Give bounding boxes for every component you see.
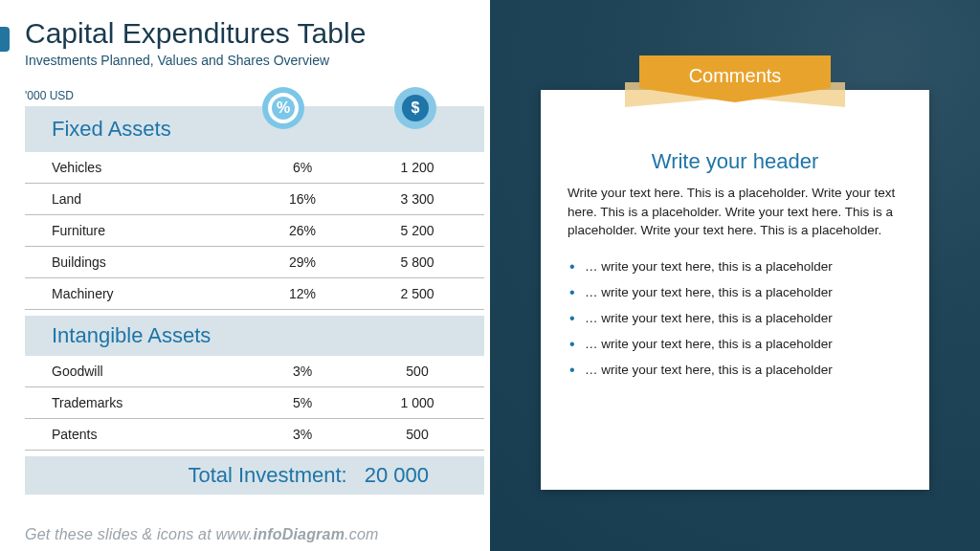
total-value: 20 000: [365, 463, 429, 488]
comments-bullets: … write your text here, this is a placeh…: [568, 253, 902, 383]
row-name: Land: [25, 191, 245, 207]
section-intangible-header: Intangible Assets: [25, 316, 484, 356]
row-val: 5 800: [360, 254, 475, 270]
comments-paragraph: Write your text here. This is a placehol…: [568, 184, 902, 240]
row-pct: 3%: [245, 427, 360, 442]
table-row: Buildings 29% 5 800: [25, 247, 484, 278]
page-title: Capital Expenditures Table: [25, 17, 490, 49]
row-val: 1 200: [360, 160, 475, 175]
list-item: … write your text here, this is a placeh…: [568, 253, 902, 279]
table-row: Furniture 26% 5 200: [25, 215, 484, 247]
list-item: … write your text here, this is a placeh…: [568, 357, 902, 383]
section-intangible-label: Intangible Assets: [25, 323, 245, 348]
row-name: Machinery: [25, 286, 245, 301]
page-subtitle: Investments Planned, Values and Shares O…: [25, 53, 490, 68]
table-row: Machinery 12% 2 500: [25, 278, 484, 310]
capex-table: Fixed Assets % $ Vehicles 6% 1 200 Land …: [25, 106, 484, 495]
comments-header: Write your header: [568, 149, 902, 174]
row-pct: 6%: [245, 160, 360, 175]
dollar-icon: $: [394, 87, 436, 129]
row-pct: 29%: [245, 254, 360, 270]
row-pct: 26%: [245, 223, 360, 238]
row-name: Trademarks: [25, 395, 245, 410]
row-val: 1 000: [360, 395, 475, 410]
percent-icon: %: [262, 87, 304, 129]
row-val: 2 500: [360, 286, 475, 301]
list-item: … write your text here, this is a placeh…: [568, 305, 902, 331]
section-fixed-label: Fixed Assets: [25, 117, 245, 142]
footer-credit: Get these slides & icons at www.infoDiag…: [25, 526, 379, 543]
table-row: Goodwill 3% 500: [25, 356, 484, 387]
section-fixed-header: Fixed Assets % $: [25, 106, 484, 152]
row-name: Patents: [25, 427, 245, 442]
accent-tab: [0, 27, 10, 52]
table-row: Trademarks 5% 1 000: [25, 387, 484, 419]
row-val: 500: [360, 427, 475, 442]
row-pct: 12%: [245, 286, 360, 301]
row-name: Furniture: [25, 223, 245, 238]
right-panel: Comments Write your header Write your te…: [490, 0, 980, 551]
table-row: Patents 3% 500: [25, 419, 484, 451]
total-label: Total Investment:: [188, 463, 346, 488]
row-val: 500: [360, 364, 475, 379]
list-item: … write your text here, this is a placeh…: [568, 279, 902, 305]
table-row: Vehicles 6% 1 200: [25, 152, 484, 184]
row-pct: 5%: [245, 395, 360, 410]
row-name: Buildings: [25, 254, 245, 270]
comments-card: Comments Write your header Write your te…: [541, 90, 929, 490]
row-pct: 16%: [245, 191, 360, 207]
row-name: Goodwill: [25, 364, 245, 379]
total-row: Total Investment: 20 000: [25, 456, 484, 495]
left-panel: Capital Expenditures Table Investments P…: [0, 0, 490, 551]
comments-ribbon: Comments: [625, 55, 845, 102]
row-pct: 3%: [245, 364, 360, 379]
row-val: 3 300: [360, 191, 475, 207]
table-row: Land 16% 3 300: [25, 184, 484, 215]
list-item: … write your text here, this is a placeh…: [568, 331, 902, 357]
row-name: Vehicles: [25, 160, 245, 175]
row-val: 5 200: [360, 223, 475, 238]
